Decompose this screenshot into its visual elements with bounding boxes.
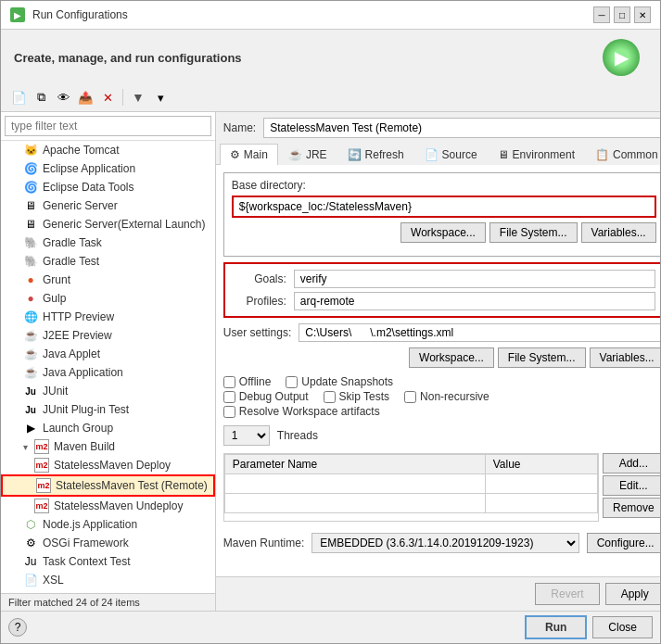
apply-button[interactable]: Apply (605, 583, 660, 605)
base-directory-section: Base directory: Workspace... File System… (223, 172, 660, 257)
help-button[interactable]: ? (8, 618, 27, 637)
tab-refresh[interactable]: 🔄 Refresh (337, 144, 414, 165)
goals-profiles-section: Goals: Profiles: (223, 262, 660, 318)
toolbar: 📄 ⧉ 👁 📤 ✕ ▼ ▾ (1, 83, 660, 112)
configure-button[interactable]: Configure... (587, 533, 660, 553)
name-row: Name: (216, 112, 660, 144)
base-dir-input[interactable] (232, 196, 656, 218)
update-snapshots-checkbox-label[interactable]: Update Snapshots (286, 375, 393, 388)
user-settings-input[interactable] (299, 323, 660, 342)
workspace-button-1[interactable]: Workspace... (400, 222, 486, 243)
filesystem-button-1[interactable]: File System... (489, 222, 578, 243)
skip-tests-checkbox[interactable] (324, 391, 336, 403)
tree-item-junit[interactable]: Ju JUnit (1, 382, 215, 400)
param-name-header: Parameter Name (224, 455, 485, 474)
close-button[interactable]: Close (592, 616, 653, 638)
variables-button-1[interactable]: Variables... (581, 222, 656, 243)
tree-item-gulp[interactable]: ● Gulp (1, 289, 215, 308)
checkbox-row-1: Offline Update Snapshots (223, 375, 660, 388)
tree-item-launch-group[interactable]: ▶ Launch Group (1, 419, 215, 437)
variables-button-2[interactable]: Variables... (590, 347, 660, 368)
close-window-button[interactable]: ✕ (634, 6, 651, 23)
threads-select[interactable]: 1 2 4 (223, 425, 270, 446)
revert-button[interactable]: Revert (535, 583, 599, 605)
filter-button[interactable]: ▼ (128, 87, 148, 107)
add-param-button[interactable]: Add... (603, 453, 660, 474)
filter-icon: ▼ (132, 90, 145, 105)
resolve-workspace-checkbox-label[interactable]: Resolve Workspace artifacts (223, 405, 380, 418)
tree-item-nodejs[interactable]: ⬡ Node.js Application (1, 515, 215, 534)
view-button[interactable]: 👁 (53, 87, 73, 107)
refresh-tab-icon: 🔄 (348, 148, 362, 161)
config-name-input[interactable] (263, 118, 660, 138)
debug-output-checkbox-label[interactable]: Debug Output (223, 390, 309, 403)
minimize-button[interactable]: ─ (593, 6, 610, 23)
tree-item-stateless-remote[interactable]: m2 StatelessMaven Test (Remote) (1, 474, 215, 497)
server-icon: 🖥 (23, 198, 38, 213)
main-tab-icon: ⚙ (230, 148, 240, 161)
non-recursive-checkbox-label[interactable]: Non-recursive (404, 390, 489, 403)
tree-item-http-preview[interactable]: 🌐 HTTP Preview (1, 308, 215, 326)
footer: ? Run Close (1, 611, 660, 643)
delete-icon: ✕ (103, 91, 113, 105)
maven-runtime-select[interactable]: EMBEDDED (3.6.3/1.14.0.20191209-1923) (311, 533, 578, 553)
update-snapshots-checkbox[interactable] (286, 376, 298, 388)
tree-item-task-context[interactable]: Ju Task Context Test (1, 552, 215, 571)
name-label: Name: (223, 121, 256, 134)
run-button[interactable]: Run (525, 615, 587, 639)
tree-item-gradle-task[interactable]: 🐘 Gradle Task (1, 234, 215, 252)
skip-tests-checkbox-label[interactable]: Skip Tests (324, 390, 389, 403)
goals-input[interactable] (294, 270, 655, 288)
export-button[interactable]: 📤 (75, 87, 95, 107)
tab-environment[interactable]: 🖥 Environment (488, 144, 585, 165)
tree-item-maven-build[interactable]: ▾ m2 Maven Build (1, 437, 215, 456)
resolve-workspace-checkbox[interactable] (223, 406, 235, 418)
filesystem-button-2[interactable]: File System... (498, 347, 586, 368)
delete-button[interactable]: ✕ (97, 87, 118, 107)
duplicate-button[interactable]: ⧉ (31, 87, 51, 107)
maximize-button[interactable]: □ (614, 6, 630, 23)
tree-item-gradle-test[interactable]: 🐘 Gradle Test (1, 252, 215, 271)
filter-options-button[interactable]: ▾ (150, 87, 171, 107)
maven-undeploy-icon: m2 (34, 499, 49, 513)
tab-main[interactable]: ⚙ Main (220, 144, 278, 165)
main-tab-label: Main (244, 148, 268, 161)
tree-item-xsl[interactable]: 📄 XSL (1, 571, 215, 589)
maven-runtime-label: Maven Runtime: (223, 537, 304, 549)
new-config-button[interactable]: 📄 (8, 87, 29, 107)
workspace-button-2[interactable]: Workspace... (409, 347, 494, 368)
tab-common[interactable]: 📋 Common (585, 144, 660, 165)
search-input[interactable] (5, 116, 211, 136)
tree-item-java-app[interactable]: ☕ Java Application (1, 363, 215, 382)
debug-output-label: Debug Output (239, 390, 309, 403)
jre-tab-label: JRE (306, 148, 327, 161)
tree-item-osgi[interactable]: ⚙ OSGi Framework (1, 534, 215, 552)
offline-checkbox-label[interactable]: Offline (223, 375, 271, 388)
offline-checkbox[interactable] (223, 376, 235, 388)
tree-item-java-applet[interactable]: ☕ Java Applet (1, 345, 215, 363)
non-recursive-checkbox[interactable] (404, 391, 416, 403)
tree-item-generic-server[interactable]: 🖥 Generic Server (1, 196, 215, 215)
edit-param-button[interactable]: Edit... (603, 475, 660, 496)
tree-item-generic-server-ext[interactable]: 🖥 Generic Server(External Launch) (1, 215, 215, 234)
param-table-wrapper: Parameter Name Value (223, 453, 599, 522)
tab-jre[interactable]: ☕ JRE (278, 144, 337, 165)
tree-item-stateless-deploy[interactable]: m2 StatelessMaven Deploy (1, 456, 215, 474)
profiles-input[interactable] (294, 292, 655, 310)
task-icon: Ju (23, 554, 38, 569)
tree-item-junit-plugin[interactable]: Ju JUnit Plug-in Test (1, 400, 215, 419)
debug-output-checkbox[interactable] (223, 391, 235, 403)
checkbox-row-2: Debug Output Skip Tests Non-recursive (223, 390, 660, 403)
remove-param-button[interactable]: Remove (603, 498, 660, 518)
param-table: Parameter Name Value (224, 454, 598, 513)
tree-item-stateless-undeploy[interactable]: m2 StatelessMaven Undeploy (1, 497, 215, 515)
j2ee-icon: ☕ (23, 328, 38, 343)
tab-source[interactable]: 📄 Source (414, 144, 488, 165)
tree-item-apache-tomcat[interactable]: 🐱 Apache Tomcat (1, 141, 215, 159)
base-dir-label: Base directory: (232, 179, 656, 192)
tree-item-eclipse-app[interactable]: 🌀 Eclipse Application (1, 159, 215, 178)
toolbar-separator (122, 89, 123, 106)
tree-item-grunt[interactable]: ● Grunt (1, 271, 215, 289)
tree-item-j2ee-preview[interactable]: ☕ J2EE Preview (1, 326, 215, 345)
tree-item-eclipse-data[interactable]: 🌀 Eclipse Data Tools (1, 178, 215, 196)
